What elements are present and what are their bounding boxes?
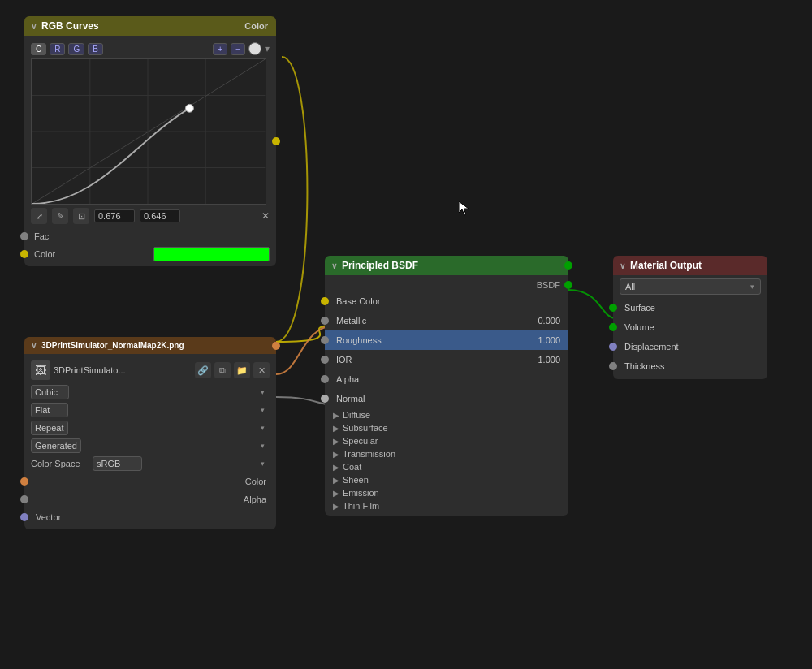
texture-link-btn[interactable]: 🔗 — [195, 362, 211, 378]
principled-roughness-socket[interactable] — [321, 336, 329, 344]
rgb-curves-color-label-row: Color — [34, 249, 149, 259]
curve-tools: ⤢ ✎ ⊡ ✕ — [24, 205, 276, 227]
texture-node: ∨ 3DPrintSimulator_NormalMap2K.png 🖼 3DP… — [24, 337, 276, 529]
rgb-curves-color-left-socket[interactable] — [20, 250, 28, 258]
texture-colorspace-label: Color Space — [31, 459, 88, 468]
texture-ext-arrow: ▾ — [261, 424, 265, 432]
material-output-surface-label: Surface — [624, 303, 759, 313]
material-output-target-select[interactable]: All Cycles EEVEE — [620, 278, 761, 295]
principled-bsdf-output-socket[interactable] — [564, 261, 572, 270]
principled-base-color-socket[interactable] — [321, 297, 329, 305]
principled-normal-socket[interactable] — [321, 395, 329, 403]
texture-copy-btn[interactable]: ⧉ — [214, 362, 231, 378]
texture-interp-select[interactable]: Cubic Linear Closest Smart — [31, 385, 69, 399]
texture-alpha-label-right: Alpha — [31, 494, 270, 504]
principled-ior-value[interactable]: 1.000 — [528, 355, 560, 365]
material-output-thickness-socket[interactable] — [609, 362, 617, 370]
material-output-surface-socket[interactable] — [609, 304, 617, 312]
curve-tab-b[interactable]: B — [88, 43, 103, 55]
principled-roughness-row: Roughness 1.000 — [325, 330, 568, 350]
principled-emission-label: Emission — [343, 488, 379, 498]
principled-transmission-section[interactable]: ▶ Transmission — [325, 447, 568, 460]
curve-tab-r[interactable]: R — [50, 43, 65, 55]
texture-title: 3DPrintSimulator_NormalMap2K.png — [41, 341, 184, 350]
texture-ext-select[interactable]: Repeat Extend Clip Mirror — [31, 421, 68, 435]
curve-reset-btn[interactable] — [248, 42, 261, 55]
curve-x-coord[interactable] — [94, 209, 135, 222]
texture-close-btn[interactable]: ✕ — [253, 362, 270, 378]
curve-add-point[interactable]: + — [213, 43, 227, 55]
curve-tool-select[interactable]: ⊡ — [73, 208, 89, 224]
curve-tool-draw[interactable]: ✎ — [52, 208, 68, 224]
principled-subsurface-section[interactable]: ▶ Subsurface — [325, 421, 568, 434]
principled-specular-section[interactable]: ▶ Specular — [325, 434, 568, 447]
principled-alpha-row: Alpha — [325, 369, 568, 389]
texture-browse-btn[interactable]: 📁 — [234, 362, 250, 378]
principled-coat-label: Coat — [343, 462, 361, 472]
rgb-curves-chevron[interactable]: ∨ — [31, 22, 37, 31]
texture-proj-row: Flat Box Sphere Tube ▾ — [24, 401, 276, 419]
principled-alpha-socket[interactable] — [321, 375, 329, 383]
rgb-curves-color-label: Color — [244, 21, 268, 31]
curve-tool-move[interactable]: ⤢ — [31, 208, 47, 224]
rgb-curves-color-output-socket[interactable] — [272, 137, 280, 145]
principled-ior-socket[interactable] — [321, 356, 329, 364]
material-output-thickness-label: Thickness — [624, 361, 759, 371]
texture-color-out-socket[interactable] — [20, 477, 28, 486]
principled-chevron[interactable]: ∨ — [331, 261, 337, 270]
texture-filename: 3DPrintSimulato... — [54, 365, 192, 375]
rgb-curves-fac-socket[interactable] — [20, 232, 28, 240]
material-output-displacement-socket[interactable] — [609, 343, 617, 351]
cursor — [459, 201, 469, 216]
principled-sheen-label: Sheen — [343, 475, 369, 485]
principled-transmission-arrow: ▶ — [333, 450, 339, 459]
principled-emission-arrow: ▶ — [333, 489, 339, 498]
texture-colormap-wrapper: Generated UV Object Camera ▾ — [31, 438, 270, 453]
curve-x-button[interactable]: ✕ — [261, 210, 270, 222]
principled-thinfilm-arrow: ▶ — [333, 502, 339, 511]
texture-vector-socket[interactable] — [20, 513, 28, 521]
texture-color-out-row: Color — [24, 473, 276, 490]
texture-body: 🖼 3DPrintSimulato... 🔗 ⧉ 📁 ✕ Cubic Linea… — [24, 354, 276, 529]
principled-roughness-value[interactable]: 1.000 — [528, 335, 560, 345]
texture-chevron[interactable]: ∨ — [31, 341, 37, 350]
texture-interp-arrow: ▾ — [261, 388, 265, 396]
texture-colorspace-select-arrow: ▾ — [261, 460, 265, 468]
material-output-volume-row: Volume — [613, 317, 767, 337]
texture-color-output-socket[interactable] — [272, 342, 280, 350]
material-output-header: ∨ Material Output — [613, 256, 767, 275]
principled-metallic-value[interactable]: 0.000 — [528, 316, 560, 326]
principled-diffuse-label: Diffuse — [343, 410, 370, 420]
curve-tab-g[interactable]: G — [68, 43, 84, 55]
texture-colorspace-select[interactable]: sRGB Linear Non-Color — [93, 456, 142, 471]
principled-bsdf-output-label: BSDF — [537, 280, 560, 290]
curve-controls: C R G B + − ▾ — [24, 39, 276, 58]
principled-base-color-label: Base Color — [336, 296, 560, 306]
principled-emission-section[interactable]: ▶ Emission — [325, 486, 568, 499]
texture-proj-select[interactable]: Flat Box Sphere Tube — [31, 403, 68, 417]
texture-header: ∨ 3DPrintSimulator_NormalMap2K.png — [24, 337, 276, 354]
texture-colormap-select[interactable]: Generated UV Object Camera — [31, 438, 81, 453]
principled-metallic-socket[interactable] — [321, 317, 329, 325]
principled-metallic-label: Metallic — [336, 316, 525, 326]
principled-diffuse-section[interactable]: ▶ Diffuse — [325, 408, 568, 421]
material-output-volume-socket[interactable] — [609, 323, 617, 331]
principled-base-color-row: Base Color — [325, 291, 568, 311]
material-output-chevron[interactable]: ∨ — [620, 261, 625, 270]
curve-tab-c[interactable]: C — [31, 43, 46, 55]
curve-y-coord[interactable] — [140, 209, 180, 222]
principled-sheen-arrow: ▶ — [333, 476, 339, 485]
principled-sheen-section[interactable]: ▶ Sheen — [325, 473, 568, 486]
curve-remove-point[interactable]: − — [231, 43, 245, 55]
principled-specular-arrow: ▶ — [333, 437, 339, 446]
principled-bsdf-output-socket-2[interactable] — [564, 281, 572, 289]
rgb-curves-color-swatch[interactable] — [153, 247, 270, 261]
texture-alpha-out-socket[interactable] — [20, 495, 28, 503]
principled-coat-section[interactable]: ▶ Coat — [325, 460, 568, 473]
principled-thinfilm-section[interactable]: ▶ Thin Film — [325, 499, 568, 512]
rgb-curves-color-row: Color — [24, 245, 276, 263]
material-output-volume-label: Volume — [624, 322, 759, 332]
curve-dropdown-btn[interactable]: ▾ — [265, 43, 270, 54]
texture-proj-wrapper: Flat Box Sphere Tube ▾ — [31, 403, 270, 417]
principled-diffuse-arrow: ▶ — [333, 411, 339, 420]
